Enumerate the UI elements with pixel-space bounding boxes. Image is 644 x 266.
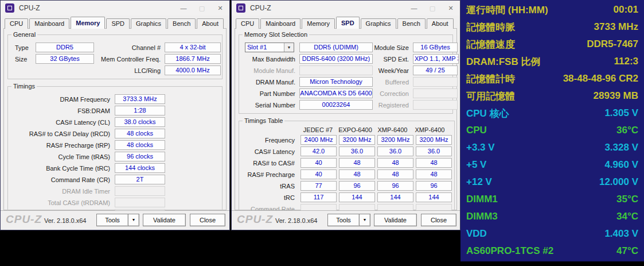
statusbar: CPU-Z Ver. 2.18.0.x64 Tools ▼ Validate C…	[1, 210, 229, 230]
tab-bench[interactable]: Bench	[167, 18, 196, 29]
row-label: RAS# to CAS#	[241, 160, 298, 167]
tab-spd[interactable]: SPD	[106, 18, 130, 29]
maximize-icon[interactable]: ▢	[193, 1, 211, 16]
timing-label: Command Rate (CR)	[11, 176, 115, 183]
sensor-value: 38-48-48-96 CR2	[563, 73, 638, 84]
general-right-column: Channel # 4 x 32-bit Mem Controller Freq…	[95, 43, 221, 77]
titlebar[interactable]: CPU-Z — ▢ ✕	[232, 1, 460, 16]
chevron-down-icon[interactable]: ▼	[284, 43, 294, 52]
timing-row: Cycle Time (tRAS) 96 clocks	[11, 152, 218, 161]
timing-value: 96 clocks	[115, 152, 165, 161]
field-row: Max Bandwidth DDR5-6400 (3200 MHz)	[245, 54, 373, 64]
field-row: Size 32 GBytes	[15, 54, 94, 64]
cell-xmp2: 48	[416, 158, 452, 168]
sensor-value: 4.960 V	[604, 159, 638, 171]
tab-about[interactable]: About	[427, 18, 454, 29]
tab-about[interactable]: About	[197, 18, 224, 29]
tab-spd[interactable]: SPD	[336, 17, 360, 29]
cell-jedec: 40	[300, 169, 337, 179]
sensor-row: +5 V 4.960 V	[466, 156, 638, 174]
sensor-value: 12.000 V	[599, 176, 638, 188]
tab-cpu[interactable]: CPU	[236, 18, 259, 29]
timing-label: DRAM Idle Timer	[11, 188, 115, 195]
tab-memory[interactable]: Memory	[302, 18, 335, 29]
memory-slot-select[interactable]: Slot #1 ▼	[245, 43, 294, 52]
tab-cpu[interactable]: CPU	[5, 18, 28, 29]
field-value	[413, 100, 458, 110]
module-type-value: DDR5 (UDIMM)	[299, 43, 373, 52]
field-value: DDR5	[36, 43, 94, 52]
sensor-label: CPU	[466, 125, 487, 136]
sensor-row: CPU 36°C	[466, 122, 638, 139]
sensor-value: 1.403 V	[604, 228, 638, 240]
sensor-row: DIMM3 34°C	[466, 208, 638, 225]
timing-row: CAS# Latency (CL) 38.0 clocks	[11, 117, 218, 127]
field-label: Channel #	[95, 44, 165, 51]
timing-label: DRAM Frequency	[11, 96, 115, 103]
field-row: LLC/Ring 4000.0 MHz	[95, 65, 221, 75]
timings-table-header: JEDEC #7 EXPO-6400 XMP-6400 XMP-6400	[241, 126, 452, 133]
titlebar[interactable]: CPU-Z — ▢ ✕	[1, 1, 229, 16]
group-legend: Timings Table	[243, 117, 284, 124]
field-row: Mem Controller Freq. 1866.7 MHz	[95, 54, 221, 64]
table-row: tRAS 77 96 96 96	[241, 181, 452, 191]
field-value: Micron Technology	[299, 77, 373, 87]
window-title: CPU-Z	[19, 4, 40, 12]
tools-dropdown-icon[interactable]: ▼	[359, 214, 370, 226]
timing-row: RAS# Precharge (tRP) 48 clocks	[11, 140, 218, 150]
tab-graphics[interactable]: Graphics	[131, 18, 166, 29]
sensor-label: DIMM1	[466, 194, 498, 205]
tools-button[interactable]: Tools	[327, 214, 360, 226]
tab-graphics[interactable]: Graphics	[361, 18, 396, 29]
cell-xmp2: 48	[416, 169, 452, 179]
timing-label: Cycle Time (tRAS)	[11, 153, 115, 160]
field-row: Channel # 4 x 32-bit	[95, 43, 221, 52]
cell-expo: 48	[339, 158, 375, 168]
cpuz-logo: CPU-Z	[237, 213, 273, 226]
tab-memory[interactable]: Memory	[71, 17, 105, 29]
close-button[interactable]: Close	[421, 214, 456, 226]
validate-button[interactable]: Validate	[143, 214, 186, 226]
sensor-label: DRAM:FSB 比例	[466, 55, 540, 68]
minimize-icon[interactable]: —	[174, 1, 193, 16]
maximize-icon[interactable]: ▢	[423, 1, 442, 16]
timings-group: Timings DRAM Frequency 3733.3 MHz FSB:DR…	[7, 83, 223, 211]
cell-jedec: 40	[300, 158, 337, 168]
cell-xmp2: 144	[416, 192, 452, 202]
tab-mainboard[interactable]: Mainboard	[29, 18, 69, 29]
validate-button[interactable]: Validate	[374, 214, 417, 226]
field-label: LLC/Ring	[95, 67, 165, 74]
field-value: 16 GBytes	[413, 43, 458, 52]
sensor-row: 記憶體速度 DDR5-7467	[466, 36, 638, 53]
close-button[interactable]: Close	[190, 214, 225, 226]
minimize-icon[interactable]: —	[405, 1, 423, 16]
close-icon[interactable]: ✕	[442, 1, 460, 16]
table-row: RAS# to CAS# 40 48 48 48	[241, 158, 452, 168]
close-icon[interactable]: ✕	[211, 1, 229, 16]
sensor-label: +5 V	[466, 159, 486, 171]
tools-dropdown-icon[interactable]: ▼	[128, 214, 139, 226]
sensor-row: 記憶體時脈 3733 MHz	[466, 18, 638, 36]
timing-row: DRAM Idle Timer	[11, 186, 218, 196]
tab-mainboard[interactable]: Mainboard	[260, 18, 300, 29]
window-title: CPU-Z	[250, 4, 271, 12]
field-value: DDR5-6400 (3200 MHz)	[299, 54, 373, 64]
field-label: Module Size	[371, 44, 413, 51]
table-row: Frequency 2400 MHz 3200 MHz 3200 MHz 320…	[241, 135, 452, 145]
cell-xmp1: 48	[377, 169, 413, 179]
tools-button[interactable]: Tools	[96, 214, 128, 226]
row-label: CAS# Latency	[241, 148, 298, 155]
sensor-value: 35°C	[616, 194, 638, 205]
timing-row: Bank Cycle Time (tRC) 144 clocks	[11, 163, 218, 173]
table-row: RAS# Precharge 40 48 48 48	[241, 169, 452, 179]
tab-bench[interactable]: Bench	[397, 18, 426, 29]
field-label: Mem Controller Freq.	[95, 56, 165, 63]
sensor-row: +12 V 12.000 V	[466, 174, 638, 191]
field-value: 00023264	[299, 100, 373, 110]
field-label: Max Bandwidth	[245, 56, 299, 63]
timing-value: 144 clocks	[115, 163, 165, 173]
sensor-label: 記憶體時脈	[466, 21, 515, 34]
sensor-value: 00:01	[614, 4, 638, 16]
sensor-label: VDD	[466, 228, 487, 240]
row-label: tRAS	[241, 183, 298, 190]
